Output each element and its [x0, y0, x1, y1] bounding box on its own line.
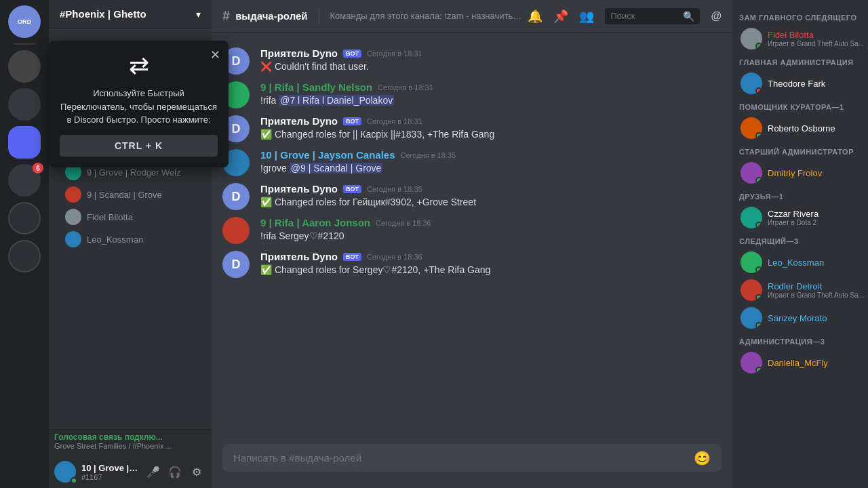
server-strip: ORD 6 [0, 0, 49, 488]
server-icon-6[interactable] [8, 240, 41, 272]
arrows-icon: ⇄ [129, 52, 149, 80]
message-timestamp-5: Сегодня в 18:35 [367, 185, 422, 193]
rs-member-info-daniella: Daniella_McFly [768, 358, 828, 368]
message-author-5[interactable]: Приятель Dyno [260, 183, 338, 195]
message-content-1: Приятель Dyno BOT Сегодня в 18:31 ❌ Coul… [260, 47, 722, 75]
rs-status-leo [755, 266, 762, 273]
rs-status-rodler [755, 294, 762, 301]
emoji-button[interactable]: 😊 [694, 450, 711, 466]
avatar-aaron [222, 217, 250, 244]
emoji-check-3: ✅ [260, 264, 272, 275]
rs-member-rodler[interactable]: Rodler Detroit Играет в Grand Theft Auto… [735, 277, 865, 304]
notification-badge: 6 [33, 163, 43, 174]
message-group-4: 10 | Grove | Jayson Canales Сегодня в 18… [212, 146, 732, 179]
rs-member-info-dmitriy: Dmitriy Frolov [768, 168, 822, 178]
rs-member-theodore[interactable]: Theodore Fark [735, 70, 865, 97]
server-icon-active[interactable] [8, 126, 41, 159]
voice-channel-text: Grove Street Families / #Phoenix ... [54, 442, 206, 450]
channel-label-fidel: Fidel Bilotta [87, 212, 133, 222]
footer-avatar [54, 461, 76, 483]
tooltip-icon-area: ⇄ [60, 52, 212, 80]
message-author-3[interactable]: Приятель Dyno [260, 115, 338, 127]
search-box[interactable]: 🔍 [605, 8, 700, 24]
message-header-3: Приятель Dyno BOT Сегодня в 18:31 [260, 115, 722, 127]
server-icon-2[interactable] [8, 50, 41, 83]
message-author-2[interactable]: 9 | Rifa | Sandly Nelson [260, 81, 372, 93]
message-input-box[interactable]: 😊 [222, 444, 722, 472]
message-author-7[interactable]: Приятель Dyno [260, 251, 338, 262]
message-content-3: Приятель Dyno BOT Сегодня в 18:31 ✅ Chan… [260, 115, 722, 142]
user-avatar-leo [65, 231, 81, 247]
channel-item-scandal[interactable]: 9 | Scandal | Grove [54, 184, 206, 205]
rs-member-czzar[interactable]: Czzar Rivera Играет в Dota 2 [735, 204, 865, 231]
chevron-down-icon: ▾ [196, 9, 201, 20]
rs-avatar-czzar [741, 207, 762, 228]
voice-bar: Голосовая связь подклю... Grove Street F… [49, 429, 212, 455]
server-icon-badge[interactable]: 6 [8, 164, 41, 197]
rs-sub-fidel: Играет в Grand Theft Auto Sa... [768, 40, 864, 47]
channel-item-leo[interactable]: Leo_Kossman [54, 228, 206, 250]
message-author-4[interactable]: 10 | Grove | Jayson Canales [260, 149, 395, 161]
rs-sub-czzar: Играет в Dota 2 [768, 219, 818, 226]
message-header-2: 9 | Rifa | Sandly Nelson Сегодня в 18:31 [260, 81, 722, 93]
at-icon[interactable]: @ [711, 10, 722, 22]
headphones-button[interactable]: 🎧 [165, 462, 184, 481]
message-group-1: D Приятель Dyno BOT Сегодня в 18:31 ❌ Co… [212, 45, 732, 77]
channel-label-rodger: 9 | Grove | Rodger Welz [87, 167, 181, 178]
sidebar-footer: 10 | Grove | J... #1167 🎤 🎧 ⚙ [49, 455, 212, 488]
message-group-5: D Приятель Dyno BOT Сегодня в 18:35 ✅ Ch… [212, 180, 732, 213]
pin-icon[interactable]: 📌 [553, 9, 568, 24]
message-header-7: Приятель Dyno BOT Сегодня в 18:36 [260, 251, 722, 262]
rs-member-sanzey[interactable]: Sanzey Morato [735, 304, 865, 331]
server-name-header[interactable]: #Phoenix | Ghetto ▾ [49, 0, 212, 28]
channel-hash-icon: # [222, 8, 230, 24]
settings-button[interactable]: ⚙ [187, 462, 206, 481]
rs-member-dmitriy[interactable]: Dmitriy Frolov [735, 159, 865, 186]
main-content: # выдача-ролей Команды для этого канала:… [212, 0, 732, 488]
message-group-7: D Приятель Dyno BOT Сегодня в 18:36 ✅ Ch… [212, 248, 732, 281]
microphone-button[interactable]: 🎤 [144, 462, 163, 481]
channel-item-fidel[interactable]: Fidel Bilotta [54, 206, 206, 228]
header-divider [319, 8, 319, 24]
tooltip-shortcut: CTRL + K [60, 135, 212, 157]
message-timestamp-3: Сегодня в 18:31 [367, 117, 422, 125]
rs-avatar-daniella [741, 352, 762, 373]
rs-member-info-rodler: Rodler Detroit Играет в Grand Theft Auto… [768, 281, 864, 299]
message-text-5: ✅ Changed roles for Гейщик#3902, +Grove … [260, 196, 722, 209]
rs-status-sanzey [755, 322, 762, 329]
message-author-1[interactable]: Приятель Dyno [260, 47, 338, 59]
avatar-dyno-3: D [222, 183, 250, 210]
server-icon-1[interactable]: ORD [8, 5, 41, 38]
voice-status-text: Голосовая связь подклю... [54, 432, 206, 442]
rs-member-roberto[interactable]: Roberto Osborne [735, 115, 865, 142]
rs-status-theodore [755, 87, 762, 94]
rs-avatar-leo [741, 251, 762, 273]
rs-avatar-theodore [741, 73, 762, 94]
search-input[interactable] [610, 11, 677, 21]
message-timestamp-2: Сегодня в 18:31 [378, 83, 433, 92]
rs-section-zam: ЗАМ ГЛАВНОГО СЛЕДЯЩЕГО [732, 8, 868, 24]
message-group-2: 9 | Rifa | Sandly Nelson Сегодня в 18:31… [212, 79, 732, 111]
members-icon[interactable]: 👥 [579, 9, 594, 24]
bell-icon[interactable]: 🔔 [528, 9, 542, 24]
server-name: #Phoenix | Ghetto [60, 8, 146, 20]
rs-avatar-roberto [741, 117, 762, 139]
rs-status-fidel [755, 43, 762, 49]
rs-member-daniella[interactable]: Daniella_McFly [735, 349, 865, 376]
rs-avatar-fidel [741, 28, 762, 49]
message-text-4: !grove @9 | Scandal | Grove [260, 162, 722, 176]
header-actions: 🔔 📌 👥 🔍 @ [528, 8, 722, 24]
message-header-4: 10 | Grove | Jayson Canales Сегодня в 18… [260, 149, 722, 161]
message-input[interactable] [233, 444, 694, 472]
rs-member-fidel[interactable]: Fidel Bilotta Играет в Grand Theft Auto … [735, 25, 865, 52]
message-author-6[interactable]: 9 | Rifa | Aaron Jonson [260, 217, 370, 228]
server-icon-3[interactable] [8, 88, 41, 121]
rs-member-leo[interactable]: Leo_Kossman [735, 249, 865, 276]
rs-status-daniella [755, 367, 762, 373]
message-header-6: 9 | Rifa | Aaron Jonson Сегодня в 18:36 [260, 217, 722, 228]
message-group-3: D Приятель Dyno BOT Сегодня в 18:31 ✅ Ch… [212, 113, 732, 145]
emoji-check-1: ✅ [260, 129, 272, 140]
message-timestamp-7: Сегодня в 18:36 [367, 253, 422, 261]
server-icon-5[interactable] [8, 202, 41, 235]
messages-container: D Приятель Dyno BOT Сегодня в 18:31 ❌ Co… [212, 33, 732, 444]
